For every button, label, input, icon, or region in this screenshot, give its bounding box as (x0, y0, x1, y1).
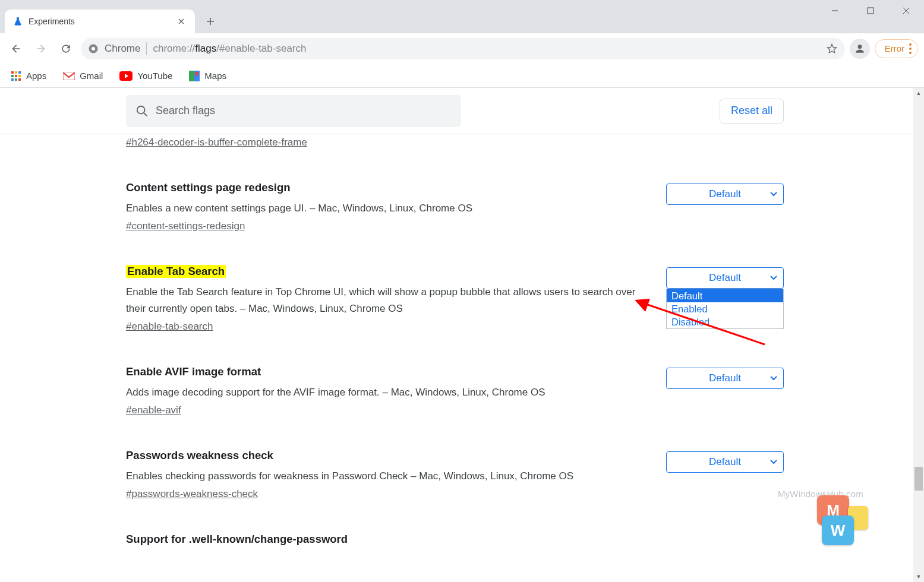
flag-select-value: Default (709, 272, 741, 284)
bookmark-maps[interactable]: Maps (189, 71, 226, 81)
flag-description: Enables checking passwords for weakness … (126, 468, 654, 485)
apps-shortcut[interactable]: Apps (11, 71, 46, 81)
gmail-label: Gmail (80, 71, 103, 81)
svg-rect-8 (18, 75, 21, 77)
new-tab-button[interactable] (200, 11, 221, 32)
flag-select[interactable]: Default (666, 184, 784, 205)
svg-rect-12 (63, 72, 75, 80)
chevron-down-icon (770, 376, 777, 381)
flag-select[interactable]: Default (666, 368, 784, 389)
flag-select[interactable]: Default (666, 267, 784, 289)
svg-rect-10 (15, 78, 17, 81)
chrome-icon (88, 43, 99, 54)
flag-anchor[interactable]: #enable-avif (126, 404, 181, 416)
flask-icon (13, 17, 23, 26)
flag-select-value: Default (709, 456, 741, 468)
watermark-logo: M W (817, 495, 871, 549)
youtube-icon (119, 71, 133, 81)
chrome-menu-error[interactable]: Error (875, 39, 918, 58)
scrollbar-thumb[interactable] (914, 467, 923, 491)
flag-row-tab-search: Enable Tab Search Enable the Tab Search … (126, 265, 784, 333)
minimize-button[interactable] (817, 0, 853, 21)
scrollbar-down-icon[interactable]: ▼ (913, 571, 924, 582)
gmail-icon (63, 72, 75, 80)
flag-anchor[interactable]: #passwords-weakness-check (126, 488, 258, 499)
logo-w: W (822, 515, 854, 545)
svg-rect-6 (11, 75, 14, 77)
dropdown-option-enabled[interactable]: Enabled (667, 302, 783, 315)
flag-row-avif: Enable AVIF image format Adds image deco… (126, 365, 784, 416)
maps-label: Maps (204, 71, 226, 81)
error-label: Error (885, 43, 904, 53)
reload-button[interactable] (56, 39, 76, 59)
bookmark-star-icon[interactable] (826, 43, 838, 55)
back-button[interactable] (6, 39, 26, 59)
chevron-down-icon (770, 460, 777, 464)
scrollbar-up-icon[interactable]: ▲ (913, 88, 924, 99)
flag-title: Passwords weakness check (126, 449, 273, 462)
url-text: chrome://flags/#enable-tab-search (153, 43, 819, 55)
dropdown-option-default[interactable]: Default (667, 289, 783, 302)
tab-title: Experiments (29, 17, 75, 26)
browser-toolbar: Chrome chrome://flags/#enable-tab-search… (0, 33, 924, 64)
address-bar[interactable]: Chrome chrome://flags/#enable-tab-search (81, 38, 845, 59)
window-controls (817, 0, 924, 21)
bookmarks-bar: Apps Gmail YouTube Maps (0, 64, 924, 88)
dropdown-option-disabled[interactable]: Disabled (667, 315, 783, 328)
page-viewport: Search flags Reset all #h264-decoder-is-… (0, 88, 913, 582)
bookmark-youtube[interactable]: YouTube (119, 71, 172, 81)
chevron-down-icon (770, 276, 777, 280)
close-window-button[interactable] (888, 0, 924, 21)
maps-icon (189, 71, 200, 81)
profile-button[interactable] (850, 39, 870, 59)
flag-description: Adds image decoding support for the AVIF… (126, 384, 654, 401)
flag-dropdown-open: Default Enabled Disabled (666, 289, 784, 329)
browser-tab-experiments[interactable]: Experiments (5, 10, 195, 33)
svg-rect-4 (15, 71, 17, 74)
apps-grid-icon (11, 71, 21, 81)
flag-select[interactable]: Default (666, 451, 784, 473)
flag-description: Enable the Tab Search feature in Top Chr… (126, 284, 654, 317)
svg-point-14 (195, 72, 198, 75)
svg-rect-7 (15, 75, 17, 77)
omnibox-divider (146, 42, 147, 55)
flag-select-value: Default (709, 188, 741, 200)
search-flags-input[interactable]: Search flags (126, 95, 461, 127)
window-titlebar: Experiments (0, 0, 924, 33)
reset-all-button[interactable]: Reset all (720, 99, 784, 124)
svg-rect-5 (18, 71, 21, 74)
flag-title: Enable Tab Search (126, 265, 226, 278)
flag-row-passwords-weakness: Passwords weakness check Enables checkin… (126, 449, 784, 500)
tab-strip: Experiments (0, 0, 221, 33)
flags-topbar: Search flags Reset all (0, 88, 913, 134)
flag-select-value: Default (709, 372, 741, 384)
flag-description: Enables a new content settings page UI. … (126, 200, 654, 217)
bookmark-gmail[interactable]: Gmail (63, 71, 103, 81)
search-icon (135, 105, 149, 118)
svg-rect-9 (11, 78, 14, 81)
vertical-scrollbar[interactable]: ▲ ▼ (913, 88, 924, 582)
svg-rect-0 (868, 8, 873, 14)
close-tab-icon[interactable] (176, 16, 187, 27)
svg-rect-11 (18, 78, 21, 81)
svg-point-15 (137, 106, 145, 113)
flag-title: Enable AVIF image format (126, 365, 261, 378)
youtube-label: YouTube (137, 71, 172, 81)
truncated-previous-flag: #h264-decoder-is-buffer-complete-frame (126, 137, 913, 148)
forward-button[interactable] (31, 39, 51, 59)
apps-label: Apps (26, 71, 46, 81)
flag-title: Content settings page redesign (126, 181, 291, 194)
flag-title: Support for .well-known/change-password (126, 533, 348, 546)
svg-rect-3 (11, 71, 14, 74)
flag-row-content-settings: Content settings page redesign Enables a… (126, 181, 784, 232)
chevron-down-icon (770, 192, 777, 197)
flag-anchor[interactable]: #content-settings-redesign (126, 220, 245, 232)
svg-point-2 (92, 47, 95, 50)
flags-list: #h264-decoder-is-buffer-complete-frame C… (0, 134, 913, 582)
kebab-menu-icon (909, 43, 912, 54)
flag-anchor-h264[interactable]: #h264-decoder-is-buffer-complete-frame (126, 137, 307, 148)
url-label: Chrome (105, 43, 140, 55)
flag-anchor[interactable]: #enable-tab-search (126, 321, 213, 332)
maximize-button[interactable] (853, 0, 888, 21)
flag-row-change-password: Support for .well-known/change-password (126, 533, 784, 552)
